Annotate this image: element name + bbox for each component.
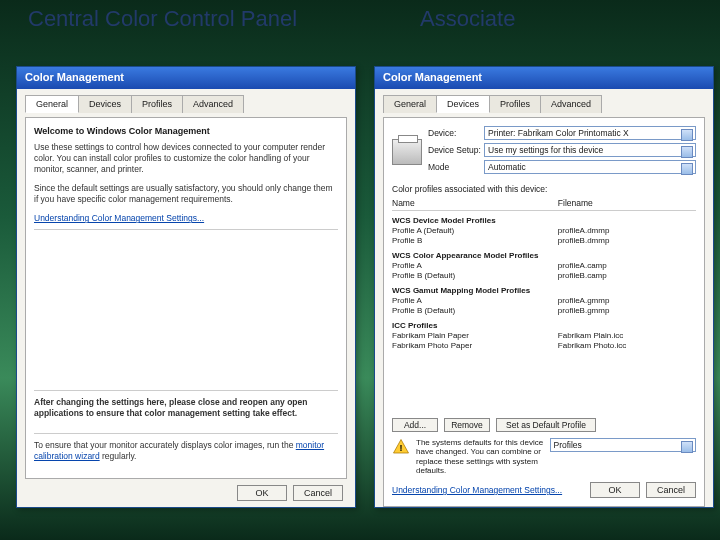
tab-advanced[interactable]: Advanced: [182, 95, 244, 113]
tab-devices[interactable]: Devices: [436, 95, 490, 113]
calibration-paragraph: To ensure that your monitor accurately d…: [34, 440, 338, 462]
profile-group: ICC ProfilesFabrikam Plain PaperFabrikam…: [392, 321, 696, 351]
tab-advanced[interactable]: Advanced: [540, 95, 602, 113]
slide-title-right: Associate: [420, 6, 515, 32]
profile-filename: profileA.dmmp: [558, 226, 696, 236]
devices-tab-page: Device: Printer: Fabrikam Color Printoma…: [383, 117, 705, 507]
profile-filename: profileB.dmmp: [558, 236, 696, 246]
mode-label: Mode: [428, 162, 484, 172]
tab-profiles[interactable]: Profiles: [489, 95, 541, 113]
color-management-window-devices: Color Management General Devices Profile…: [374, 66, 714, 508]
profile-list-item[interactable]: Fabrikam Photo PaperFabrikam Photo.icc: [392, 341, 696, 351]
calib-text-a: To ensure that your monitor accurately d…: [34, 440, 296, 450]
profile-name: Profile B: [392, 236, 558, 246]
profile-group: WCS Color Appearance Model ProfilesProfi…: [392, 251, 696, 281]
profile-filename: profileA.gmmp: [558, 296, 696, 306]
profile-list-item[interactable]: Profile A (Default)profileA.dmmp: [392, 226, 696, 236]
profile-list-item[interactable]: Profile AprofileA.gmmp: [392, 296, 696, 306]
understanding-link[interactable]: Understanding Color Management Settings.…: [392, 485, 562, 495]
profile-filename: Fabrikam Plain.icc: [558, 331, 696, 341]
mode-dropdown[interactable]: Automatic: [484, 160, 696, 174]
restart-warning: After changing the settings here, please…: [34, 397, 338, 419]
warning-icon: !: [392, 438, 410, 456]
profile-name: Fabrikam Plain Paper: [392, 331, 558, 341]
divider: [34, 229, 338, 230]
device-setup-label: Device Setup:: [428, 145, 484, 155]
col-name: Name: [392, 198, 558, 208]
calib-text-b: regularly.: [100, 451, 137, 461]
profile-name: Fabrikam Photo Paper: [392, 341, 558, 351]
profile-group: WCS Device Model ProfilesProfile A (Defa…: [392, 216, 696, 246]
intro-paragraph-1: Use these settings to control how device…: [34, 142, 338, 175]
profile-list[interactable]: WCS Device Model ProfilesProfile A (Defa…: [392, 211, 696, 412]
ok-button[interactable]: OK: [590, 482, 640, 498]
device-dropdown[interactable]: Printer: Fabrikam Color Printomatic X: [484, 126, 696, 140]
profile-list-item[interactable]: Profile BprofileB.dmmp: [392, 236, 696, 246]
profile-list-item[interactable]: Fabrikam Plain PaperFabrikam Plain.icc: [392, 331, 696, 341]
profile-group-title: WCS Device Model Profiles: [392, 216, 696, 225]
profile-group-title: WCS Gamut Mapping Model Profiles: [392, 286, 696, 295]
color-management-window-general: Color Management General Devices Profile…: [16, 66, 356, 508]
profile-group: WCS Gamut Mapping Model ProfilesProfile …: [392, 286, 696, 316]
profile-name: Profile A: [392, 261, 558, 271]
associated-profiles-label: Color profiles associated with this devi…: [392, 184, 696, 194]
general-tab-page: Welcome to Windows Color Management Use …: [25, 117, 347, 479]
tab-strip: General Devices Profiles Advanced: [383, 95, 705, 113]
device-setup-dropdown[interactable]: Use my settings for this device: [484, 143, 696, 157]
profile-action-row: Add... Remove Set as Default Profile: [392, 418, 696, 432]
tab-profiles[interactable]: Profiles: [131, 95, 183, 113]
profile-group-title: ICC Profiles: [392, 321, 696, 330]
understanding-link[interactable]: Understanding Color Management Settings.…: [34, 213, 338, 223]
profile-name: Profile B (Default): [392, 271, 558, 281]
profile-filename: Fabrikam Photo.icc: [558, 341, 696, 351]
tab-devices[interactable]: Devices: [78, 95, 132, 113]
intro-paragraph-2: Since the default settings are usually s…: [34, 183, 338, 205]
divider: [34, 433, 338, 434]
profile-name: Profile A: [392, 296, 558, 306]
set-default-button[interactable]: Set as Default Profile: [496, 418, 596, 432]
remove-button[interactable]: Remove: [444, 418, 490, 432]
col-filename: Filename: [558, 198, 696, 208]
cancel-button[interactable]: Cancel: [646, 482, 696, 498]
defaults-changed-warning: The systems defaults for this device hav…: [416, 438, 544, 476]
add-button[interactable]: Add...: [392, 418, 438, 432]
tab-general[interactable]: General: [383, 95, 437, 113]
slide-title-left: Central Color Control Panel: [28, 6, 297, 32]
printer-icon: [392, 139, 422, 165]
divider: [34, 390, 338, 391]
welcome-heading: Welcome to Windows Color Management: [34, 126, 338, 136]
profiles-dropdown[interactable]: Profiles: [550, 438, 697, 452]
profile-filename: profileB.camp: [558, 271, 696, 281]
profile-list-item[interactable]: Profile B (Default)profileB.camp: [392, 271, 696, 281]
profile-list-item[interactable]: Profile B (Default)profileB.gmmp: [392, 306, 696, 316]
window-titlebar: Color Management: [17, 67, 355, 89]
ok-button[interactable]: OK: [237, 485, 287, 501]
profile-list-item[interactable]: Profile AprofileA.camp: [392, 261, 696, 271]
profile-list-header: Name Filename: [392, 196, 696, 211]
svg-text:!: !: [400, 442, 403, 452]
window-titlebar: Color Management: [375, 67, 713, 89]
profile-group-title: WCS Color Appearance Model Profiles: [392, 251, 696, 260]
tab-strip: General Devices Profiles Advanced: [25, 95, 347, 113]
tab-general[interactable]: General: [25, 95, 79, 113]
device-label: Device:: [428, 128, 484, 138]
cancel-button[interactable]: Cancel: [293, 485, 343, 501]
profile-name: Profile B (Default): [392, 306, 558, 316]
button-bar: OK Cancel: [25, 479, 347, 507]
profile-filename: profileA.camp: [558, 261, 696, 271]
profile-filename: profileB.gmmp: [558, 306, 696, 316]
profile-name: Profile A (Default): [392, 226, 558, 236]
